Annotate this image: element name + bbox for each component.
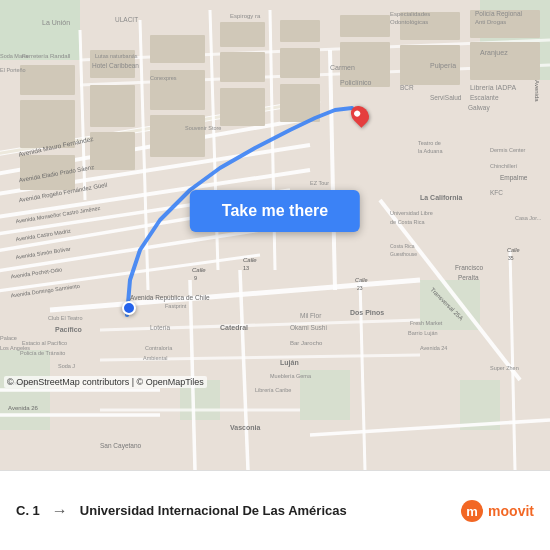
- svg-text:9: 9: [194, 275, 197, 281]
- svg-text:Calle: Calle: [507, 247, 520, 253]
- svg-text:Soda J: Soda J: [58, 363, 75, 369]
- svg-text:ULACIT: ULACIT: [115, 16, 138, 23]
- svg-text:la Aduana: la Aduana: [418, 148, 443, 154]
- svg-rect-51: [470, 42, 540, 80]
- svg-text:Francisco: Francisco: [455, 264, 484, 271]
- svg-text:m: m: [466, 504, 478, 519]
- svg-text:Anti Drogas: Anti Drogas: [475, 19, 506, 25]
- svg-rect-1: [0, 0, 80, 60]
- svg-text:Policía Regional: Policía Regional: [475, 10, 523, 18]
- svg-text:Guesthouse: Guesthouse: [390, 251, 417, 257]
- svg-text:Okami Sushi: Okami Sushi: [290, 324, 327, 331]
- moovit-icon: m: [460, 499, 484, 523]
- route-arrow-icon: →: [52, 502, 68, 520]
- svg-text:Casa Jor...: Casa Jor...: [515, 215, 542, 221]
- svg-text:Mil Flor: Mil Flor: [300, 312, 322, 319]
- svg-text:Aranjuez: Aranjuez: [480, 49, 508, 57]
- svg-text:Peralta: Peralta: [458, 274, 479, 281]
- svg-text:Catedral: Catedral: [220, 324, 248, 331]
- svg-text:Carmen: Carmen: [330, 64, 355, 71]
- svg-text:Club El Teatro: Club El Teatro: [48, 315, 82, 321]
- moovit-text: moovit: [488, 503, 534, 519]
- svg-text:Super Zhen: Super Zhen: [490, 365, 519, 371]
- svg-text:La Unión: La Unión: [42, 19, 70, 26]
- map-container: La Unión ULACIT Espirogy ra Especialidad…: [0, 0, 550, 470]
- svg-rect-47: [220, 52, 265, 82]
- svg-text:Odontológicas: Odontológicas: [390, 19, 428, 25]
- svg-rect-54: [150, 115, 205, 157]
- svg-text:Universidad Libre: Universidad Libre: [390, 210, 433, 216]
- svg-text:Policlínico: Policlínico: [340, 79, 372, 86]
- route-from: C. 1: [16, 503, 40, 518]
- svg-text:Espirogy ra: Espirogy ra: [230, 13, 261, 19]
- svg-text:EZ Tour: EZ Tour: [310, 180, 329, 186]
- svg-text:Teatro de: Teatro de: [418, 140, 441, 146]
- svg-rect-48: [280, 48, 320, 78]
- svg-text:ServiSalud: ServiSalud: [430, 94, 462, 101]
- svg-rect-53: [90, 132, 135, 170]
- svg-text:35: 35: [508, 255, 514, 261]
- take-me-there-button[interactable]: Take me there: [190, 190, 360, 232]
- svg-rect-39: [220, 22, 265, 47]
- svg-text:Ferretería Randall: Ferretería Randall: [22, 53, 70, 59]
- svg-text:Escalante: Escalante: [470, 94, 499, 101]
- svg-text:Lutas naturbanás: Lutas naturbanás: [95, 53, 138, 59]
- svg-text:Avenida República de Chile: Avenida República de Chile: [130, 294, 210, 302]
- svg-text:Avenida 26: Avenida 26: [8, 405, 39, 411]
- svg-text:23: 23: [357, 285, 363, 291]
- svg-text:Dos Pinos: Dos Pinos: [350, 309, 384, 316]
- svg-text:Especialidades: Especialidades: [390, 11, 430, 17]
- svg-text:de Costa Rica: de Costa Rica: [390, 219, 425, 225]
- svg-text:KFC: KFC: [490, 189, 503, 196]
- svg-text:Galway: Galway: [468, 104, 490, 112]
- bottom-bar: C. 1 → Universidad Internacional De Las …: [0, 470, 550, 550]
- svg-text:Souvenir Store: Souvenir Store: [185, 125, 221, 131]
- svg-text:Conexpres: Conexpres: [150, 75, 177, 81]
- svg-rect-40: [280, 20, 320, 42]
- svg-text:Calle: Calle: [243, 257, 257, 263]
- svg-text:San Cayetano: San Cayetano: [100, 442, 142, 450]
- svg-text:Pacífico: Pacífico: [55, 326, 82, 333]
- moovit-logo: m moovit: [460, 499, 534, 523]
- origin-marker: [122, 301, 136, 315]
- svg-text:Los Angeles: Los Angeles: [0, 345, 30, 351]
- svg-text:Palace: Palace: [0, 335, 17, 341]
- svg-text:BCR: BCR: [400, 84, 414, 91]
- svg-text:Soda Maria: Soda Maria: [0, 53, 29, 59]
- svg-text:Barrio Luján: Barrio Luján: [408, 330, 438, 336]
- svg-text:Luján: Luján: [280, 359, 299, 367]
- svg-text:13: 13: [243, 265, 249, 271]
- svg-text:La California: La California: [420, 194, 463, 201]
- svg-text:Hotel Caribbean: Hotel Caribbean: [92, 62, 139, 69]
- svg-text:Lotería: Lotería: [150, 324, 171, 331]
- svg-text:Contraloría: Contraloría: [145, 345, 173, 351]
- svg-text:Avenida 24: Avenida 24: [420, 345, 447, 351]
- svg-text:Empalme: Empalme: [500, 174, 528, 182]
- svg-rect-45: [90, 85, 135, 127]
- svg-rect-41: [340, 15, 390, 37]
- svg-rect-38: [150, 35, 205, 63]
- svg-text:Librería Caribe: Librería Caribe: [255, 387, 291, 393]
- svg-text:Dermis Center: Dermis Center: [490, 147, 526, 153]
- svg-text:Fresh Market: Fresh Market: [410, 320, 443, 326]
- svg-text:Calle: Calle: [355, 277, 368, 283]
- svg-text:Fastprint: Fastprint: [165, 303, 187, 309]
- svg-text:Ambiental: Ambiental: [143, 355, 167, 361]
- svg-rect-36: [20, 65, 75, 95]
- destination-marker: [352, 105, 368, 125]
- svg-text:Calle: Calle: [192, 267, 206, 273]
- svg-text:Mueblería Gema: Mueblería Gema: [270, 373, 312, 379]
- map-attribution: © OpenStreetMap contributors | © OpenMap…: [4, 376, 207, 388]
- svg-text:Chinchillerí: Chinchillerí: [490, 163, 518, 169]
- svg-text:Vasconia: Vasconia: [230, 424, 260, 431]
- svg-text:Librería IADPA: Librería IADPA: [470, 84, 516, 91]
- svg-rect-55: [220, 88, 265, 126]
- svg-text:Avenida: Avenida: [534, 80, 540, 102]
- svg-text:Pulpería: Pulpería: [430, 62, 456, 70]
- svg-text:Costa Rica: Costa Rica: [390, 243, 415, 249]
- svg-text:El Porteño: El Porteño: [0, 67, 26, 73]
- svg-text:Bar Jarocho: Bar Jarocho: [290, 340, 323, 346]
- route-to: Universidad Internacional De Las América…: [80, 503, 448, 518]
